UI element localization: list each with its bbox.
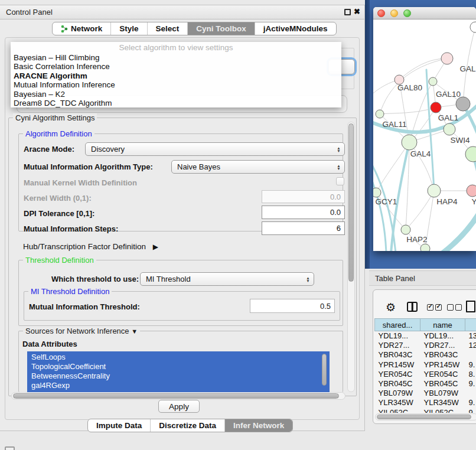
table-cell: 9 (465, 407, 476, 413)
tab-network[interactable]: Network (53, 22, 111, 35)
table-row[interactable]: YER054CYER054C8. (375, 369, 476, 379)
node-hap4[interactable] (428, 184, 441, 197)
close-traffic-light[interactable] (377, 9, 385, 17)
attribute-item[interactable]: TopologicalCoefficient (31, 362, 330, 371)
partial-icon (5, 446, 15, 450)
node-gal1[interactable] (444, 123, 455, 135)
node-green-bottom[interactable] (420, 244, 430, 251)
apply-button[interactable]: Apply (158, 400, 200, 413)
minimize-traffic-light[interactable] (390, 9, 398, 17)
table-row[interactable]: YBR043CYBR043C (375, 350, 476, 360)
algorithm-option[interactable]: Basic Correlation Inference (11, 62, 341, 71)
table-cell: YBL079W (375, 389, 420, 398)
tab-style[interactable]: Style (111, 22, 147, 35)
network-view-window[interactable]: GALGAL80GAL10GAL1GAL11GAL4SWI4GCY1HAP4YH… (373, 7, 476, 251)
float-window-icon[interactable] (344, 9, 351, 15)
column-header[interactable]: name (420, 319, 465, 331)
collapse-arrow-icon[interactable]: ▼ (131, 328, 138, 335)
dpi-tolerance-field[interactable]: 0.0 (262, 206, 345, 219)
split-columns-icon[interactable] (407, 302, 418, 312)
tab-select[interactable]: Select (148, 22, 188, 35)
table-horizontal-scrollbar[interactable] (375, 413, 476, 420)
network-window-titlebar[interactable] (373, 7, 476, 19)
column-header[interactable]: shared... (375, 319, 420, 331)
table-row[interactable]: YDL19...YDL19...13 (375, 331, 476, 341)
cyni-algorithm-settings-title: Cyni Algorithm Settings (13, 113, 97, 122)
which-threshold-label: Which threshold to use: (51, 275, 139, 283)
node-gal10[interactable] (456, 97, 470, 111)
kernel-width-label: Kernel Width (0,1): (24, 194, 92, 203)
attributes-scrollbar[interactable] (321, 353, 328, 390)
control-panel-title: Control Panel (6, 8, 53, 17)
node-gal11[interactable] (376, 110, 384, 118)
node-gal11-label: GAL11 (382, 120, 406, 129)
table-cell: YBR043C (375, 350, 420, 360)
node-pink-right[interactable] (467, 185, 476, 197)
node-pink-top[interactable] (441, 53, 453, 64)
node-gal4[interactable] (402, 135, 417, 150)
node-hap2[interactable] (401, 225, 410, 234)
kernel-width-field[interactable]: 0.0 (262, 190, 345, 203)
tab-discretize-data[interactable]: Discretize Data (151, 419, 225, 432)
algorithm-option[interactable]: ARACNE Algorithm (11, 71, 341, 80)
close-window-icon[interactable]: ✖ (354, 7, 360, 16)
column-header[interactable]: A (465, 319, 476, 331)
checked-boxes-icon[interactable] (427, 304, 442, 312)
settings-vertical-scrollbar[interactable] (347, 122, 355, 392)
attribute-item[interactable]: SelfLoops (31, 353, 330, 362)
table-row[interactable]: YBL079WYBL079W (375, 389, 476, 398)
node-red[interactable] (431, 102, 441, 113)
table-cell: YDL19... (420, 331, 465, 341)
tab-impute-data[interactable]: Impute Data (88, 419, 151, 432)
mi-steps-field[interactable]: 6 (262, 221, 345, 235)
algorithm-option[interactable]: Bayesian – K2 (11, 90, 341, 99)
unchecked-boxes-icon[interactable] (447, 304, 462, 312)
tab-label: Impute Data (96, 421, 142, 430)
cyni-bottom-tabbar: Impute DataDiscretize DataInfer Network (87, 419, 293, 432)
aracne-mode-label: Aracne Mode: (24, 145, 74, 154)
hub-definition-toggle[interactable]: Hub/Transcription Factor Definition ▶ (23, 242, 158, 251)
tab-label: Discretize Data (159, 421, 216, 430)
network-edge[interactable] (380, 107, 436, 114)
mi-algorithm-type-combobox[interactable]: Naive Bayes ▲▼ (171, 160, 345, 174)
network-edge[interactable] (399, 58, 447, 80)
attribute-item[interactable]: gal4RGexp (31, 381, 330, 390)
table-row[interactable]: YDR27...YDR27...12 (375, 341, 476, 350)
network-edge-highlighted[interactable] (443, 208, 476, 251)
document-icon[interactable] (466, 301, 475, 312)
data-attributes-list[interactable]: SelfLoopsTopologicalCoefficientBetweenne… (27, 351, 330, 393)
node-top-partial[interactable] (470, 22, 476, 32)
cyni-algorithm-settings-group: Cyni Algorithm Settings Algorithm Defini… (8, 118, 357, 396)
tab-jactivemnodules[interactable]: jActiveMNodules (255, 22, 336, 35)
mi-threshold-field[interactable]: 0.5 (250, 299, 335, 313)
algorithm-option[interactable]: Dream8 DC_TDC Algorithm (11, 99, 341, 107)
stepper-arrows-icon: ▲▼ (333, 143, 344, 155)
algorithm-option[interactable]: Bayesian – Hill Climbing (11, 53, 341, 62)
threshold-definition-title: Threshold Definition (23, 256, 96, 265)
node-table[interactable]: shared...nameA YDL19...YDL19...13YDR27..… (374, 318, 476, 413)
table-row[interactable]: YPR145WYPR145W9. (375, 360, 476, 369)
sources-title: Sources for Network Inference ▼ (23, 327, 140, 335)
mi-steps-label: Mutual Information Steps: (24, 224, 118, 233)
algorithm-option[interactable]: Mutual Information Inference (11, 80, 341, 89)
node-swi4[interactable] (465, 146, 476, 162)
manual-kernel-width-checkbox[interactable] (336, 177, 344, 185)
node-gcy1[interactable] (373, 188, 381, 197)
settings-horizontal-scrollbar[interactable] (11, 392, 345, 400)
tab-label: jActiveMNodules (263, 24, 328, 33)
gear-icon[interactable]: ⚙ (386, 301, 396, 314)
which-threshold-combobox[interactable]: MI Threshold ▲▼ (140, 272, 314, 286)
table-row[interactable]: YBR045CYBR045C9. (375, 379, 476, 388)
node-pink-top-label: GAL (459, 64, 476, 73)
attribute-item[interactable]: BetweennessCentrality (31, 371, 330, 381)
table-panel-title: Table Panel (375, 274, 415, 283)
aracne-mode-combobox[interactable]: Discovery ▲▼ (85, 142, 345, 156)
zoom-traffic-light[interactable] (403, 9, 411, 17)
table-row[interactable]: YLR345WYLR345W9. (375, 398, 476, 407)
network-canvas[interactable]: GALGAL80GAL10GAL1GAL11GAL4SWI4GCY1HAP4YH… (373, 19, 476, 251)
table-row[interactable]: YIL052CYIL052C9 (375, 407, 476, 413)
node-green-small[interactable] (429, 77, 437, 86)
network-edge[interactable] (406, 191, 434, 230)
tab-cyni-toolbox[interactable]: Cyni Toolbox (188, 22, 255, 35)
tab-infer-network[interactable]: Infer Network (225, 419, 292, 432)
